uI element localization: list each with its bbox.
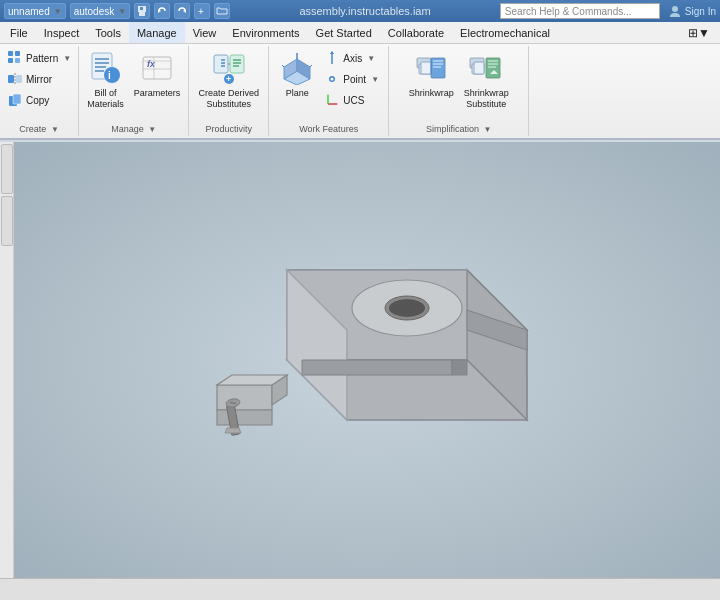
ribbon-group-simplification: Shrinkwrap ShrinkwrapSubstitute: [389, 46, 529, 136]
menu-tools[interactable]: Tools: [87, 22, 129, 43]
pattern-button[interactable]: Pattern ▼: [4, 48, 74, 68]
menu-electromechanical[interactable]: Electromechanical: [452, 22, 558, 43]
axis-icon: [324, 50, 340, 66]
viewport: [14, 142, 720, 578]
point-button[interactable]: Point ▼: [321, 69, 382, 89]
shrinkwrap-substitute-button[interactable]: ShrinkwrapSubstitute: [460, 48, 513, 112]
left-panel-btn-1[interactable]: [1, 144, 13, 194]
work-features-small-buttons: Axis ▼ Point ▼: [321, 48, 382, 110]
svg-point-74: [389, 299, 425, 317]
svg-marker-84: [225, 428, 241, 433]
point-label: Point: [343, 74, 366, 85]
sign-in-button[interactable]: Sign In: [668, 4, 716, 18]
svg-point-6: [672, 6, 678, 12]
parameters-icon: fx: [140, 51, 174, 85]
mirror-label: Mirror: [26, 74, 52, 85]
mirror-button[interactable]: Mirror: [4, 69, 74, 89]
axis-button[interactable]: Axis ▼: [321, 48, 382, 68]
copy-button[interactable]: Copy: [4, 90, 74, 110]
svg-text:fx: fx: [147, 59, 156, 69]
svg-rect-9: [8, 58, 13, 63]
title-bar-right: Search Help & Commands... Sign In: [500, 3, 716, 19]
redo-icon[interactable]: [174, 3, 190, 19]
axis-label: Axis: [343, 53, 362, 64]
pattern-label: Pattern: [26, 53, 58, 64]
simplification-group-content: Shrinkwrap ShrinkwrapSubstitute: [405, 48, 513, 124]
ribbon: Pattern ▼ Mirror Copy: [0, 44, 720, 140]
menu-manage[interactable]: Manage: [129, 22, 185, 43]
svg-point-21: [104, 67, 120, 83]
shrinkwrap-button[interactable]: Shrinkwrap: [405, 48, 458, 101]
svg-rect-61: [474, 62, 484, 74]
svg-rect-1: [139, 12, 145, 16]
svg-rect-7: [8, 51, 13, 56]
svg-rect-10: [15, 58, 20, 63]
user-name: autodesk: [74, 6, 115, 17]
plane-icon-area: [279, 50, 315, 86]
svg-marker-75: [302, 360, 452, 375]
open-icon[interactable]: [214, 3, 230, 19]
bill-of-materials-label: Bill ofMaterials: [87, 88, 124, 110]
ucs-button[interactable]: UCS: [321, 90, 382, 110]
menu-collaborate[interactable]: Collaborate: [380, 22, 452, 43]
menu-extra[interactable]: ⊞▼: [680, 22, 718, 43]
title-bar: unnamed ▼ autodesk ▼ + assembly.instruct…: [0, 0, 720, 22]
search-placeholder: Search Help & Commands...: [505, 6, 632, 17]
pattern-buttons: Pattern ▼ Mirror Copy: [4, 48, 74, 110]
menu-inspect[interactable]: Inspect: [36, 22, 87, 43]
svg-line-42: [282, 65, 284, 67]
new-icon[interactable]: +: [194, 3, 210, 19]
undo-icon[interactable]: [154, 3, 170, 19]
menu-get-started[interactable]: Get Started: [308, 22, 380, 43]
status-bar: [0, 578, 720, 600]
parameters-button[interactable]: fx Parameters: [130, 48, 185, 101]
svg-marker-76: [452, 360, 467, 375]
pattern-arrow: ▼: [63, 54, 71, 63]
copy-label: Copy: [26, 95, 49, 106]
user-dropdown[interactable]: autodesk ▼: [70, 3, 131, 19]
svg-rect-29: [230, 55, 244, 73]
file-name-label: assembly.instructables.iam: [299, 5, 430, 17]
svg-rect-8: [15, 51, 20, 56]
svg-marker-50: [336, 103, 338, 105]
project-dropdown[interactable]: unnamed ▼: [4, 3, 66, 19]
user-dropdown-arrow: ▼: [118, 7, 126, 16]
menu-bar: File Inspect Tools Manage View Environme…: [0, 22, 720, 44]
menu-environments[interactable]: Environments: [224, 22, 307, 43]
svg-marker-80: [217, 410, 272, 425]
manage-group-label: Manage ▼: [111, 124, 156, 136]
shrinkwrap-icon: [413, 50, 449, 86]
svg-marker-77: [217, 385, 272, 410]
bill-of-materials-icon-area: i: [87, 50, 123, 86]
create-derived-icon-area: +: [211, 50, 247, 86]
save-icon[interactable]: [134, 3, 150, 19]
svg-rect-2: [140, 7, 143, 10]
left-panel-btn-2[interactable]: [1, 196, 13, 246]
mirror-icon: [7, 71, 23, 87]
pattern-icon: [7, 50, 23, 66]
svg-rect-28: [214, 55, 228, 73]
work-features-group-content: Plane Axis ▼ Point ▼: [275, 48, 382, 124]
menu-file[interactable]: File: [2, 22, 36, 43]
svg-text:+: +: [198, 6, 204, 17]
bill-of-materials-button[interactable]: i Bill ofMaterials: [83, 48, 128, 112]
ucs-icon: [324, 92, 340, 108]
shrinkwrap-substitute-label: ShrinkwrapSubstitute: [464, 88, 509, 110]
svg-line-43: [310, 65, 312, 67]
plane-label: Plane: [286, 88, 309, 99]
bill-of-materials-icon: i: [88, 51, 122, 85]
search-box[interactable]: Search Help & Commands...: [500, 3, 660, 19]
svg-rect-54: [421, 62, 431, 74]
plane-icon: [280, 51, 314, 85]
manage-group-content: i Bill ofMaterials fx Parameters: [83, 48, 184, 124]
copy-icon: [7, 92, 23, 108]
plane-button[interactable]: Plane: [275, 48, 319, 101]
svg-rect-15: [13, 94, 21, 104]
ribbon-group-manage: i Bill ofMaterials fx Parameters: [79, 46, 189, 136]
create-derived-substitutes-button[interactable]: + Create DerivedSubstitutes: [194, 48, 263, 112]
project-dropdown-arrow: ▼: [54, 7, 62, 16]
svg-text:i: i: [108, 70, 111, 81]
svg-rect-13: [16, 75, 22, 83]
shrinkwrap-substitute-icon-area: [468, 50, 504, 86]
menu-view[interactable]: View: [185, 22, 225, 43]
